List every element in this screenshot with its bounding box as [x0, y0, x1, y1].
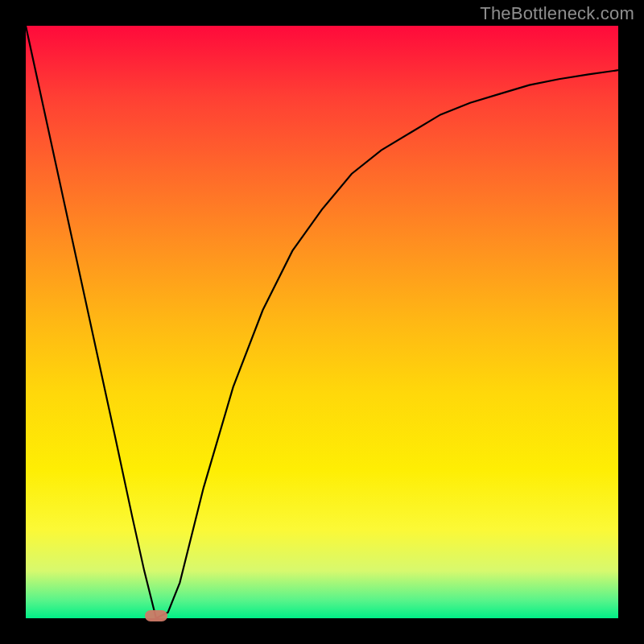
bottleneck-curve — [26, 26, 618, 618]
chart-container: TheBottleneck.com — [0, 0, 644, 644]
optimal-point-marker — [145, 610, 167, 621]
watermark-text: TheBottleneck.com — [480, 3, 634, 24]
plot-area — [26, 26, 618, 618]
